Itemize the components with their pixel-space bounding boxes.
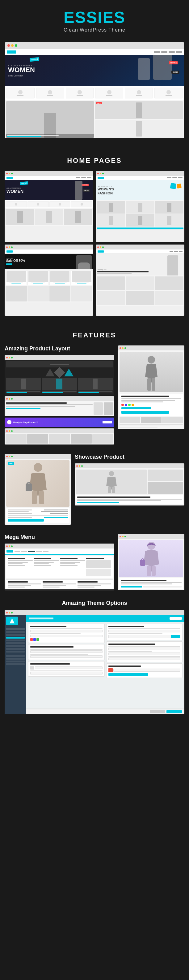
feature-label-product-layout: Amazing Product Layout <box>5 345 114 352</box>
features-section: Amazing Product Layout <box>0 345 189 727</box>
home-pages-section-title: HOME PAGES <box>0 147 189 171</box>
mock-nav-items <box>154 51 182 52</box>
showcase-mock-container: NEW <box>5 454 71 525</box>
home-page-mock-3: Limited Offer Sale Off 50% <box>5 245 93 316</box>
nav-item <box>154 51 160 52</box>
feature-showcase-product: NEW <box>5 454 184 525</box>
mock-bar-4 <box>96 245 184 250</box>
mock-bar-2 <box>96 171 184 176</box>
nav-item <box>161 51 167 52</box>
svg-point-0 <box>148 356 155 363</box>
svg-point-7 <box>109 471 114 476</box>
svg-rect-9 <box>112 487 115 493</box>
brand-title: ESSIES <box>6 9 183 25</box>
hp-content-3: Limited Offer Sale Off 50% <box>5 250 93 316</box>
hero-screenshot-main: All Accessories WOMEN Shop Collection 40… <box>5 42 184 138</box>
admin-content-grid <box>26 622 184 708</box>
admin-main-content <box>26 615 184 714</box>
mega-menu-fashion-mock <box>118 534 184 590</box>
hp-content-4: Trending 2017 <box>96 250 184 316</box>
nav-item <box>176 51 182 52</box>
home-page-mock-1: All Accessories WOMEN 40% off GLOVES SHO… <box>5 171 93 242</box>
mock-categories <box>5 86 184 100</box>
features-section-title: FEATURES <box>0 322 189 345</box>
hero-mock-content: All Accessories WOMEN Shop Collection 40… <box>5 49 184 138</box>
feature-theme-options: Amazing Theme Options <box>5 600 184 714</box>
svg-rect-8 <box>108 487 111 493</box>
close-dot <box>8 44 10 47</box>
svg-rect-11 <box>147 566 151 576</box>
admin-sidebar <box>5 615 26 714</box>
admin-footer <box>26 708 184 714</box>
svg-rect-4 <box>32 491 37 504</box>
svg-point-10 <box>147 542 155 550</box>
mock-product-grid: Sale Off <box>5 100 184 138</box>
svg-rect-13 <box>140 560 145 566</box>
home-page-mock-4: Trending 2017 <box>96 245 184 316</box>
svg-rect-12 <box>152 566 156 576</box>
product-detail-mock-container <box>118 345 184 429</box>
minimize-dot <box>11 44 14 47</box>
showcase-product-mock: NEW <box>5 454 71 525</box>
svg-marker-14 <box>9 619 14 624</box>
admin-header <box>26 615 184 622</box>
hp-content-1: All Accessories WOMEN 40% off GLOVES SHO… <box>5 176 93 242</box>
mock-navigation <box>5 49 184 55</box>
mock-bar-3 <box>5 245 93 250</box>
mega-menu-person <box>139 541 164 577</box>
svg-rect-5 <box>39 491 44 504</box>
fashion-person-silhouette <box>22 462 54 505</box>
feature-label-theme-options: Amazing Theme Options <box>5 600 184 606</box>
theme-options-mock <box>5 610 184 714</box>
mock-window-bar <box>5 42 184 49</box>
product-detail-mock <box>118 345 184 429</box>
mock-hero-banner: All Accessories WOMEN Shop Collection 40… <box>5 55 184 86</box>
small-person-silhouette <box>104 471 119 494</box>
home-pages-grid: All Accessories WOMEN 40% off GLOVES SHO… <box>0 171 189 322</box>
page-header: ESSIES Clean WordPress Theme <box>0 0 189 39</box>
person-silhouette <box>140 355 162 392</box>
svg-point-3 <box>34 463 42 472</box>
nav-item <box>169 51 175 52</box>
admin-logo <box>6 617 18 625</box>
svg-rect-6 <box>26 484 32 491</box>
mock-logo <box>7 51 16 54</box>
hero-section: All Accessories WOMEN Shop Collection 40… <box>0 39 189 147</box>
home-page-mock-2: Shop Collection WOMEN'SFASHION <box>96 171 184 242</box>
svg-rect-1 <box>147 378 151 391</box>
product-layout-main-mock <box>5 355 114 395</box>
feature-amazing-product-layout: Amazing Product Layout <box>5 345 184 444</box>
maximize-dot <box>15 44 17 47</box>
hp-content-2: Shop Collection WOMEN'SFASHION <box>96 176 184 242</box>
mega-menu-right-mock <box>118 534 184 590</box>
feature-label-showcase: Showcase Product <box>75 454 184 460</box>
mega-menu-mock <box>5 544 114 590</box>
feature-label-mega-menu: Mega Menu <box>5 534 114 541</box>
product-layout-mock-2 <box>5 396 114 416</box>
mock-bar-1 <box>5 171 93 176</box>
showcase-additional-mock <box>75 463 184 506</box>
brand-subtitle: Clean WordPress Theme <box>6 27 183 33</box>
feature-mega-menu: Mega Menu <box>5 534 184 590</box>
svg-rect-2 <box>152 378 155 391</box>
product-layout-mock-3 <box>5 428 114 444</box>
